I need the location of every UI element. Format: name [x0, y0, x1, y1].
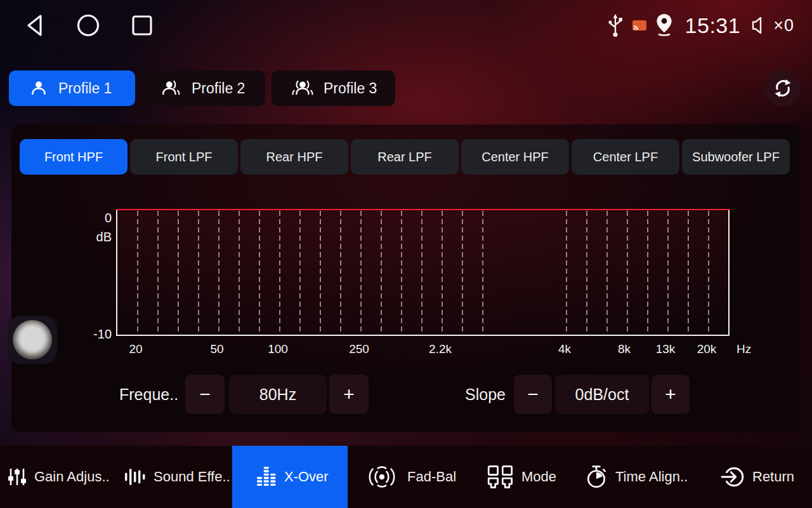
status-icons: 15:31 ×0 [606, 10, 794, 41]
profile-label: Profile 1 [58, 80, 112, 97]
cast-icon [632, 19, 647, 32]
chart-gridline [586, 211, 587, 335]
volume-level: ×0 [773, 16, 794, 36]
person-speaking-icon [161, 79, 181, 97]
x-axis-unit-label: Hz [737, 342, 751, 356]
nav-label: Gain Adjus.. [34, 469, 110, 485]
nav-sound-effects[interactable]: Sound Effe.. [123, 446, 230, 508]
tab-subwoofer-lpf[interactable]: Subwoofer LPF [682, 139, 790, 175]
x-axis-tick-label: 50 [210, 342, 223, 356]
y-axis-unit-label: dB [82, 230, 112, 244]
frequency-minus-button[interactable]: − [185, 375, 225, 414]
y-axis-tick-label: 0 [82, 211, 112, 225]
profile-3-button[interactable]: Profile 3 [272, 70, 395, 106]
tab-center-lpf[interactable]: Center LPF [572, 139, 679, 175]
volume-muted-icon[interactable]: ×0 [752, 16, 794, 36]
tab-rear-hpf[interactable]: Rear HPF [240, 139, 348, 175]
nav-fad-bal[interactable]: Fad-Bal [364, 446, 456, 508]
chart-gridline [421, 211, 422, 335]
nav-label: Time Align.. [615, 469, 688, 485]
floating-knob-button[interactable] [8, 316, 57, 364]
chart-gridline [137, 211, 138, 335]
x-axis-tick-label: 4k [558, 342, 571, 356]
x-axis-tick-label: 100 [268, 342, 288, 356]
response-curve [116, 209, 730, 210]
chart-gridline [239, 211, 240, 335]
back-icon[interactable] [24, 13, 46, 37]
refresh-button[interactable] [764, 70, 801, 107]
home-icon[interactable] [76, 13, 100, 37]
profile-label: Profile 2 [192, 80, 245, 97]
chart-gridline [606, 211, 608, 335]
chart-gridline [299, 211, 301, 335]
frequency-label: Freque.. [119, 375, 178, 414]
y-axis-tick-label: -10 [82, 327, 112, 342]
profile-label: Profile 3 [324, 80, 377, 97]
x-axis-tick-label: 13k [656, 342, 676, 356]
tab-front-lpf[interactable]: Front LPF [130, 139, 238, 175]
nav-gain-adjust[interactable]: Gain Adjus.. [8, 446, 110, 508]
chart-gridline [198, 211, 199, 335]
stopwatch-icon [585, 465, 608, 489]
chart-gridline [482, 211, 483, 335]
profile-bar: Profile 1 Profile 2 Profile 3 [0, 69, 812, 108]
bottom-nav-bar: Gain Adjus.. Sound Effe.. [0, 446, 812, 508]
tab-center-hpf[interactable]: Center HPF [461, 139, 569, 175]
location-icon [655, 13, 674, 38]
recents-icon[interactable] [131, 13, 154, 37]
chart-gridline [401, 211, 402, 335]
nav-label: Return [752, 469, 794, 485]
chart-gridline [566, 211, 567, 335]
equalizer-columns-icon [256, 467, 277, 487]
x-axis-tick-label: 20k [697, 342, 717, 356]
frequency-plus-button[interactable]: + [329, 375, 369, 414]
knob-circle [13, 320, 52, 359]
nav-label: X-Over [284, 469, 329, 485]
chart-gridline [647, 211, 648, 335]
x-axis-tick-label: 8k [618, 342, 631, 356]
chart-gridline [442, 211, 443, 335]
chart-gridline [157, 211, 159, 335]
xover-panel: Front HPF Front LPF Rear HPF Rear LPF Ce… [11, 124, 801, 432]
chart-gridline [462, 211, 463, 335]
usb-icon [606, 12, 624, 39]
nav-return[interactable]: Return [721, 446, 794, 508]
status-bar: 15:31 ×0 [0, 0, 812, 51]
chart-gridline [320, 211, 321, 335]
mixer-sliders-icon [8, 467, 27, 487]
arrow-into-circle-icon [721, 465, 745, 489]
profile-1-button[interactable]: Profile 1 [9, 70, 135, 106]
clock: 15:31 [685, 13, 741, 38]
nav-x-over[interactable]: X-Over [256, 446, 329, 508]
person-icon [29, 79, 48, 97]
tab-rear-lpf[interactable]: Rear LPF [351, 139, 459, 175]
nav-time-align[interactable]: Time Align.. [585, 446, 688, 508]
person-broadcast-icon [292, 79, 313, 97]
chart-x-ticks: Hz 20501002502.2k4k8k13k20k [116, 342, 776, 359]
x-axis-tick-label: 2.2k [429, 342, 452, 356]
nav-label: Sound Effe.. [154, 469, 230, 485]
filter-controls: Freque.. − 80Hz + Slope − 0dB/oct + [11, 375, 801, 414]
nav-mode[interactable]: Mode [487, 446, 556, 508]
slope-minus-button[interactable]: − [514, 375, 552, 414]
slope-label: Slope [465, 375, 506, 414]
chart-gridline [667, 211, 669, 335]
nav-label: Mode [521, 469, 556, 485]
slope-plus-button[interactable]: + [652, 375, 690, 414]
chart-gridline [688, 211, 689, 335]
profile-2-button[interactable]: Profile 2 [141, 70, 265, 106]
frequency-value: 80Hz [229, 375, 327, 414]
slope-value: 0dB/oct [555, 375, 649, 414]
x-axis-tick-label: 20 [129, 342, 142, 356]
chart-gridline [178, 211, 179, 335]
chart-gridline [279, 211, 280, 335]
four-squares-icon [487, 465, 514, 489]
refresh-icon [773, 78, 793, 98]
chart-gridline [218, 211, 219, 335]
chart-gridline [627, 211, 628, 335]
chart-plot-area[interactable] [116, 210, 730, 336]
x-axis-tick-label: 250 [349, 342, 369, 356]
tab-front-hpf[interactable]: Front HPF [20, 139, 128, 175]
chart-gridline [360, 211, 362, 335]
crossover-chart: 0 dB -10 Hz 20501002502.2k4k8k13k20k [82, 202, 780, 361]
